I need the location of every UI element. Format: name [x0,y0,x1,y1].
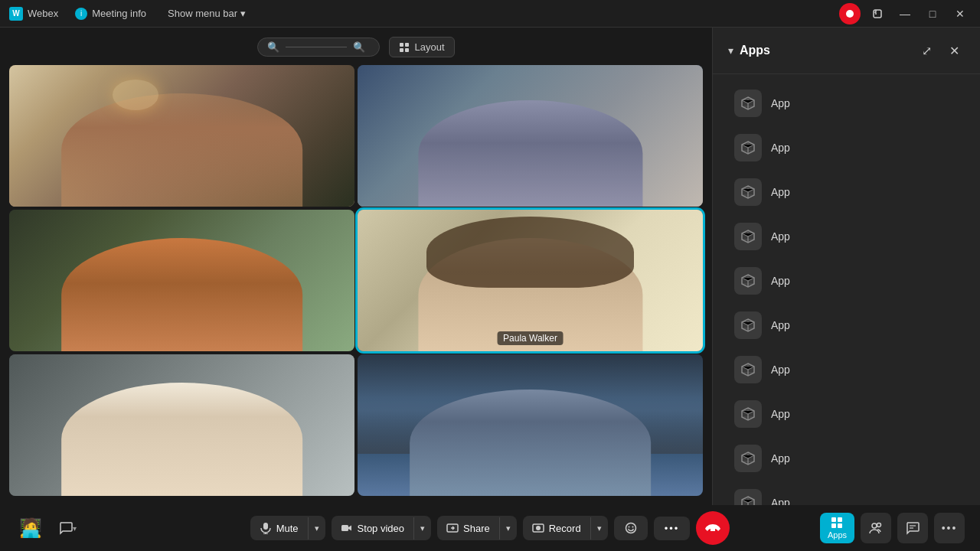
stop-video-button-group: Stop video ▾ [332,516,431,540]
video-expand-icon: ▾ [420,523,425,533]
chevron-down-icon: ▾ [728,44,733,57]
cube-icon [740,273,756,289]
toolbar-right: Apps ••• [820,513,965,543]
svg-rect-3 [405,43,409,47]
apps-toolbar-button[interactable]: Apps [820,513,854,543]
svg-rect-9 [341,525,348,531]
app-item-7[interactable]: App [719,348,974,391]
record-expand-icon: ▾ [597,523,602,533]
participants-button[interactable] [861,513,891,543]
apps-grid-icon [831,517,843,529]
cube-icon [740,140,756,155]
app-item-2[interactable]: App [719,126,974,169]
stop-video-chevron[interactable]: ▾ [413,517,431,540]
overflow-menu-button[interactable]: ••• [934,513,965,543]
reactions-button[interactable] [614,516,648,540]
apps-header-left: ▾ Apps [728,44,770,57]
svg-point-13 [626,523,635,533]
app-label-9: App [771,452,790,465]
apps-panel-title: Apps [740,44,770,57]
show-menu-button[interactable]: Show menu bar ▾ [163,6,250,21]
webex-app-name: Webex [28,8,58,19]
apps-header-right: ⤢ ✕ [916,40,965,61]
close-button[interactable]: ✕ [949,3,971,24]
mute-button[interactable]: Mute [250,516,308,540]
record-chevron[interactable]: ▾ [590,517,608,540]
record-button[interactable]: Record [523,516,590,540]
video-camera-icon [341,522,353,534]
mute-chevron[interactable]: ▾ [308,517,325,540]
app-item-6[interactable]: App [719,304,974,347]
app-icon-7 [734,356,762,383]
chat-toggle-button[interactable]: ▾ [52,513,83,543]
title-bar: W Webex i Meeting info Show menu bar ▾ — [0,0,980,28]
apps-collapse-button[interactable]: ▾ [728,44,733,57]
chat-button[interactable] [897,513,928,543]
video-cell-5 [9,354,354,496]
close-icon: ✕ [956,8,965,20]
maximize-button[interactable]: □ [922,3,943,24]
svg-point-21 [877,523,881,527]
app-label-4: App [771,230,790,243]
app-item-3[interactable]: App [719,171,974,214]
layout-button[interactable]: Layout [389,37,454,57]
minimize-button[interactable]: — [894,3,916,24]
apps-popout-button[interactable]: ⤢ [916,40,937,61]
app-item-4[interactable]: App [719,215,974,258]
window-controls: — □ ✕ [839,3,971,24]
show-menu-chevron-icon: ▾ [240,8,246,19]
video-cell-3 [9,210,354,351]
svg-rect-4 [400,48,403,52]
layout-label: Layout [414,41,444,53]
app-item-1[interactable]: App [719,82,974,125]
cube-icon [740,184,756,200]
self-view-button[interactable]: 🧑‍💻 [15,513,46,543]
share-expand-icon: ▾ [506,523,511,533]
app-item-10[interactable]: App [719,481,974,505]
meeting-info-button[interactable]: i Meeting info [70,6,151,21]
share-button-group: Share ▾ [437,516,517,540]
emoji-icon [625,522,637,534]
record-dot-icon [844,8,855,19]
more-options-button[interactable]: ••• [654,517,691,540]
self-avatar-icon: 🧑‍💻 [19,517,42,539]
toolbar: 🧑‍💻 ▾ Mute ▾ [0,505,980,551]
app-icon-1 [734,90,762,117]
mute-button-group: Mute ▾ [250,516,325,540]
app-label-6: App [771,319,790,331]
app-item-5[interactable]: App [719,259,974,302]
record-icon [532,522,544,534]
webex-logo-icon: W [9,7,23,21]
popout-icon: ⤢ [922,44,932,58]
svg-rect-18 [831,523,836,528]
puzzle-icon [872,8,883,19]
unknown-control[interactable] [867,3,888,24]
app-item-8[interactable]: App [719,393,974,435]
app-icon-6 [734,311,762,339]
overflow-dots-icon: ••• [942,522,958,534]
svg-rect-6 [263,523,268,530]
stop-video-button[interactable]: Stop video [332,516,413,540]
close-panel-icon: ✕ [949,44,959,58]
share-icon [446,522,459,534]
main-content: 🔍 🔍 Layout [0,28,980,505]
apps-toolbar-label: Apps [828,530,847,540]
video-cell-6 [358,354,703,496]
app-icon-8 [734,400,762,428]
app-item-9[interactable]: App [719,437,974,480]
search-bar[interactable]: 🔍 🔍 [257,37,380,57]
apps-close-button[interactable]: ✕ [943,40,965,61]
video-cell-4: Paula Walker [358,210,703,351]
app-label-8: App [771,408,790,420]
svg-rect-16 [831,517,836,522]
minimize-icon: — [900,8,910,20]
svg-point-0 [846,10,854,18]
apps-sidebar: ▾ Apps ⤢ ✕ [712,28,980,505]
end-call-button[interactable] [696,511,730,545]
meeting-info-label: Meeting info [92,8,146,19]
apps-list: App App [713,74,980,505]
app-label-1: App [771,97,790,109]
more-dots-icon: ••• [665,523,680,534]
share-button[interactable]: Share [437,516,499,540]
share-chevron[interactable]: ▾ [499,517,517,540]
